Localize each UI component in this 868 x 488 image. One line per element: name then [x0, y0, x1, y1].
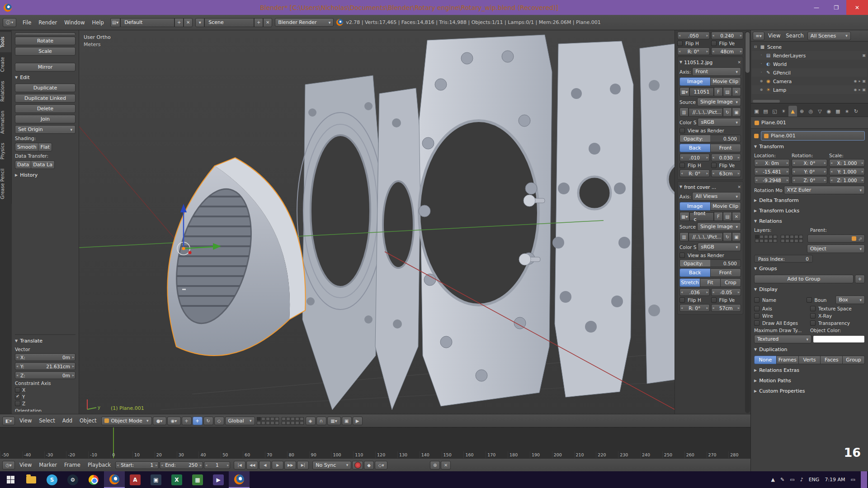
select-icon[interactable]: ▸ [859, 79, 860, 83]
close-button[interactable]: ✕ [846, 0, 868, 15]
render-engine-dropdown[interactable]: Blender Render [275, 18, 334, 27]
custom-properties-panel-header[interactable]: Custom Properties [754, 387, 865, 395]
bg-flip-h[interactable]: Flip H [677, 41, 710, 46]
manipulator-rotate-button[interactable]: ↻ [203, 417, 213, 425]
layers-widget[interactable] [257, 417, 279, 425]
transform-panel-header[interactable]: Transform [754, 142, 865, 151]
outliner-item-renderlayers[interactable]: · ▤ RenderLayers ▣ [752, 51, 867, 60]
expand-icon[interactable]: · [759, 70, 764, 75]
vector-z-field[interactable]: Z:0m [15, 371, 75, 379]
edit-tool-button[interactable]: Duplicate Linked [15, 94, 75, 103]
start-button[interactable] [0, 471, 21, 488]
properties-tab-icon[interactable]: ▤ [761, 106, 770, 117]
shading-dropdown[interactable]: ●▾ [153, 417, 166, 425]
hide-icon[interactable]: ◉ [854, 88, 857, 92]
properties-tab-icon[interactable]: ◎ [807, 106, 815, 117]
properties-tab-icon[interactable]: ◉ [825, 106, 833, 117]
image-datablock-field[interactable]: front c [689, 212, 714, 221]
select-icon[interactable]: ▸ [859, 88, 860, 92]
volume-icon[interactable]: ♪ [800, 477, 803, 483]
new-group-button[interactable]: + [855, 275, 865, 283]
location-x-field[interactable]: X: 0m [754, 159, 790, 167]
playback-button[interactable]: ▶ [272, 461, 283, 469]
view-as-render-toggle[interactable]: View as Render [679, 128, 741, 133]
front-toggle[interactable]: Front [710, 268, 741, 277]
fake-user-button[interactable]: F [714, 87, 723, 96]
rotation-x-field[interactable]: X: 0° [792, 159, 827, 167]
editor-type-button[interactable]: ≡▾ [753, 32, 764, 40]
fit-toggle[interactable]: Fit [700, 278, 720, 287]
outliner-scrollbar[interactable] [753, 100, 866, 103]
playback-button[interactable]: |◀ [234, 461, 245, 469]
layers-widget[interactable] [282, 417, 304, 425]
info-menu-item[interactable]: Help [89, 15, 108, 30]
snap-mode-dropdown[interactable]: ▦▾ [327, 417, 341, 425]
scale-button[interactable]: Scale [15, 47, 75, 56]
add-to-group-button[interactable]: Add to Group [754, 275, 854, 283]
outliner-menu-item[interactable]: Search [783, 30, 807, 41]
browse-folder-icon[interactable]: ▣ [732, 232, 741, 241]
timeline-canvas[interactable]: -50-40-30-20-100102030405060708090100110… [0, 427, 750, 458]
breadcrumb-object-name[interactable]: Plane.001 [761, 120, 786, 126]
bg-axis-dropdown[interactable]: Front [692, 67, 741, 76]
duplication-option-button[interactable]: Verts [798, 356, 821, 364]
toolshelf-tab[interactable]: Relations [0, 76, 12, 106]
movieclip-toggle[interactable]: Movie Clip [710, 77, 741, 86]
pack-icon[interactable]: ▤ [723, 212, 732, 221]
small-icon-button[interactable]: ⊕ [430, 461, 440, 469]
bg-axis-dropdown[interactable]: All Views [692, 192, 741, 201]
app-icon-red[interactable]: A [125, 471, 146, 488]
display-texture-space-toggle[interactable]: Texture Space [810, 306, 865, 311]
data-button[interactable]: Data [15, 160, 31, 169]
display-bounds-toggle[interactable]: Boun [807, 297, 835, 303]
edit-tool-button[interactable]: Join [15, 115, 75, 123]
toolshelf-tab[interactable]: Create [0, 52, 12, 76]
duplication-option-button[interactable]: Faces [820, 356, 842, 364]
unlink-icon[interactable]: ✕ [732, 212, 741, 221]
expand-icon[interactable]: ⊕ [759, 88, 764, 92]
display-axis-toggle[interactable]: Axis [754, 306, 809, 311]
edit-tool-button[interactable]: Delete [15, 104, 75, 113]
offset-y-field[interactable]: -0.05 [711, 288, 741, 296]
bg-flip-v[interactable]: Flip Ve [711, 41, 744, 46]
bg-image-title[interactable]: 11051.2.jpg [684, 60, 736, 65]
properties-tab-icon[interactable]: ☀ [779, 106, 788, 117]
file-icon[interactable]: ▥ [679, 108, 689, 117]
file-explorer-icon[interactable] [21, 471, 42, 488]
crop-toggle[interactable]: Crop [720, 278, 741, 287]
clock[interactable]: 7:19 AM [825, 477, 845, 483]
viewport-menu-item[interactable]: Select [35, 414, 58, 427]
minimize-button[interactable]: — [807, 0, 826, 15]
offset-y-field[interactable]: 0.030 [711, 154, 741, 161]
excel-icon[interactable]: X [166, 471, 187, 488]
viewport-3d-canvas[interactable] [79, 30, 750, 414]
record-button[interactable] [352, 461, 363, 469]
image-toggle[interactable]: Image [679, 77, 710, 86]
snap-toggle[interactable]: ∩ [316, 417, 326, 425]
timeline-menu-item[interactable]: Frame [61, 459, 84, 471]
view-as-render-toggle[interactable]: View as Render [679, 253, 741, 258]
app-icon-dark[interactable]: ▣ [146, 471, 166, 488]
add-layout-button[interactable]: + [175, 18, 184, 27]
opengl-render-button[interactable]: ▣ [342, 417, 352, 425]
duplication-option-button[interactable]: None [754, 356, 776, 364]
editor-type-button[interactable]: ◧▾ [2, 417, 15, 425]
reload-icon[interactable]: ↻ [723, 232, 732, 241]
location-z-field[interactable]: -9.2948 [754, 176, 790, 184]
expand-icon[interactable]: ⊟ [753, 45, 758, 49]
viewport-menu-item[interactable]: Add [59, 414, 76, 427]
blender-taskbar-icon[interactable] [104, 471, 125, 488]
keying-set-button[interactable]: ◆ [364, 461, 374, 469]
edit-panel-header[interactable]: Edit [15, 73, 75, 82]
display-wire-toggle[interactable]: Wire [754, 313, 809, 319]
location-y-field[interactable]: -15.481 [754, 168, 790, 175]
collapse-icon[interactable]: ▼ [679, 60, 682, 64]
collapse-icon[interactable]: ▼ [679, 185, 682, 189]
hide-icon[interactable]: ◉ [854, 79, 857, 83]
opacity-slider[interactable]: Opacity:0.500 [679, 259, 741, 267]
manipulator-scale-button[interactable]: ◇ [214, 417, 224, 425]
relations-extras-panel-header[interactable]: Relations Extras [754, 366, 865, 375]
scene-lock-toggle[interactable]: ◈ [306, 417, 316, 425]
translate-panel-header[interactable]: Translate [15, 337, 75, 345]
editor-type-button[interactable]: ⓘ▾ [3, 18, 16, 27]
